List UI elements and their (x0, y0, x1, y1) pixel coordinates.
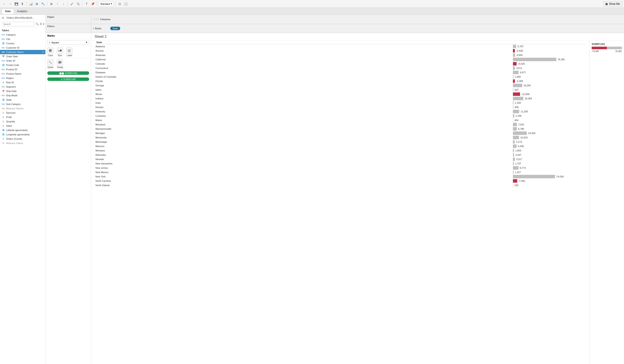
field-postal-code[interactable]: 🌐 Postal Code (0, 63, 45, 67)
field-country[interactable]: 🌐 Country (0, 41, 45, 46)
field-measure-names[interactable]: Abc Measure Names (0, 106, 45, 111)
text-icon[interactable]: T (84, 1, 89, 6)
field-category[interactable]: Abc Category (0, 32, 45, 37)
undo-icon[interactable]: ← (2, 1, 6, 6)
table-row[interactable]: Alabama5,787 (95, 44, 586, 49)
field-city[interactable]: Abc City (0, 37, 45, 41)
marks-pill-color[interactable]: ⬤⬤ SUM(Profit) (47, 71, 89, 75)
table-row[interactable]: Arkansas4,009 (95, 53, 586, 57)
tab-analytics[interactable]: Analytics (14, 9, 30, 14)
search-input[interactable] (2, 22, 35, 26)
field-order-id[interactable]: Abc Order ID (0, 59, 45, 63)
field-discount[interactable]: # Discount (0, 111, 45, 115)
tools-icon[interactable]: 🔧 (41, 1, 45, 6)
table-row[interactable]: Connecticut3,511 (95, 66, 586, 70)
table-row[interactable]: Kansas836 (95, 105, 586, 109)
field-ship-mode[interactable]: Abc Ship Mode (0, 93, 45, 98)
table-row[interactable]: New Hampshire1,707 (95, 161, 586, 166)
annotate-icon[interactable]: 📎 (76, 1, 80, 6)
table-row[interactable]: Arizona-3,428 (95, 49, 586, 53)
field-region[interactable]: Abc Region (0, 76, 45, 80)
window-icon[interactable]: ⬜ (124, 1, 128, 6)
table-row[interactable]: Nevada3,317 (95, 157, 586, 161)
table-row[interactable]: Nebraska2,037 (95, 153, 586, 157)
detail-control[interactable]: Detail (47, 59, 53, 69)
field-order-date[interactable]: 📅 Order Date (0, 54, 45, 59)
color-control[interactable]: Color (47, 48, 53, 57)
table-row[interactable]: Colorado-6,528 (95, 62, 586, 66)
table-row[interactable]: Georgia16,250 (95, 83, 586, 88)
table-row[interactable]: Kentucky11,200 (95, 109, 586, 114)
fit-icon[interactable]: ⊡ (117, 1, 122, 6)
sort-desc-icon[interactable]: ↓ (61, 1, 66, 6)
state-cell: Illinois (95, 92, 512, 96)
field-product-id[interactable]: Abc Product ID (0, 67, 45, 72)
redo-icon[interactable]: → (8, 1, 13, 6)
table-row[interactable]: California76,381 (95, 57, 586, 62)
marks-pill-label[interactable]: ⊡ SUM(Profit) (47, 78, 89, 81)
table-row[interactable]: Montana1,833 (95, 148, 586, 153)
datasource-row[interactable]: ⊕ Orders (8GnVWvcdEei5... (0, 15, 45, 21)
field-sub-category[interactable]: Abc Sub-Category (0, 102, 45, 106)
group-icon[interactable]: ⊕ (49, 1, 54, 6)
marks-type-select[interactable]: ▪ Square ▾ (47, 40, 89, 45)
table-row[interactable]: Massachusetts6,786 (95, 127, 586, 131)
table-row[interactable]: Delaware9,977 (95, 70, 586, 75)
table-row[interactable]: New Mexico1,157 (95, 170, 586, 174)
publish-icon[interactable]: ⬆ (20, 1, 25, 6)
table-row[interactable]: North Carolina-7,491 (95, 179, 586, 183)
field-latitude[interactable]: 🌐 Latitude (generated) (0, 128, 45, 132)
field-state[interactable]: 🌐 State (0, 98, 45, 102)
label-control[interactable]: Label (66, 48, 73, 57)
state-cell: Missouri (95, 144, 512, 148)
table-row[interactable]: Mississippi3,173 (95, 140, 586, 144)
search-icon[interactable]: 🔍 (36, 23, 39, 26)
size-control[interactable]: Size (57, 48, 63, 57)
table-row[interactable]: Michigan24,463 (95, 131, 586, 135)
table-row[interactable]: Iowa1,184 (95, 101, 586, 105)
field-ship-date[interactable]: 📅 Ship Date (0, 89, 45, 93)
table-row[interactable]: District of Columbia1,060 (95, 75, 586, 79)
table-row[interactable]: Idaho827 (95, 88, 586, 92)
save-icon[interactable]: 💾 (14, 1, 19, 6)
field-segment[interactable]: Abc Segment (0, 85, 45, 89)
field-orders-count[interactable]: # Orders (Count) (0, 137, 45, 141)
tooltip-control[interactable]: Tooltip (57, 59, 63, 69)
field-customer-name[interactable]: Abc Customer Name ▾ (0, 50, 45, 54)
highlight-icon[interactable]: 🖊 (70, 1, 75, 6)
field-row-id[interactable]: # Row ID (0, 80, 45, 85)
rows-content: State (110, 27, 622, 30)
table-row[interactable]: Missouri6,436 (95, 144, 586, 148)
chart-icon[interactable]: 📊 (28, 1, 33, 6)
show-me-icon: ▦ (605, 2, 608, 5)
table-row[interactable]: Indiana18,383 (95, 96, 586, 101)
table-row[interactable]: Florida-3,399 (95, 79, 586, 83)
field-quantity[interactable]: # Quantity (0, 119, 45, 124)
dropdown-icon[interactable]: ▾ (43, 23, 44, 26)
table-row[interactable]: North Dakota230 (95, 183, 586, 187)
chart-container[interactable]: State Alabama5,787Arizona-3,428Arkansas4… (91, 41, 589, 364)
table-row[interactable]: Maine454 (95, 118, 586, 122)
state-cell: North Dakota (95, 183, 512, 187)
pin-icon[interactable]: 📌 (90, 1, 95, 6)
rows-pill[interactable]: State (110, 27, 120, 30)
table-row[interactable]: New York74,039 (95, 174, 586, 179)
table-row[interactable]: Minnesota10,823 (95, 135, 586, 140)
bar-cell: 10,823 (512, 135, 586, 140)
view-dropdown[interactable]: Standard ▾ (99, 1, 114, 6)
field-longitude[interactable]: 🌐 Longitude (generated) (0, 132, 45, 137)
tab-data[interactable]: Data (2, 9, 14, 14)
list-view-icon[interactable]: ☰ (40, 23, 42, 26)
table-row[interactable]: New Jersey9,773 (95, 166, 586, 170)
sort-asc-icon[interactable]: ↑ (55, 1, 60, 6)
table-row[interactable]: Louisiana2,196 (95, 114, 586, 118)
table-icon[interactable]: ⊞ (34, 1, 39, 6)
field-sales[interactable]: # Sales (0, 124, 45, 128)
field-profit[interactable]: # Profit (0, 115, 45, 119)
field-customer-id[interactable]: Abc Customer ID (0, 46, 45, 50)
field-measure-values[interactable]: # Measure Values (0, 141, 45, 145)
field-product-name[interactable]: Abc Product Name (0, 72, 45, 76)
show-me-button[interactable]: ▦ Show Me (603, 1, 622, 6)
table-row[interactable]: Illinois-12,608 (95, 92, 586, 96)
table-row[interactable]: Maryland7,031 (95, 122, 586, 127)
